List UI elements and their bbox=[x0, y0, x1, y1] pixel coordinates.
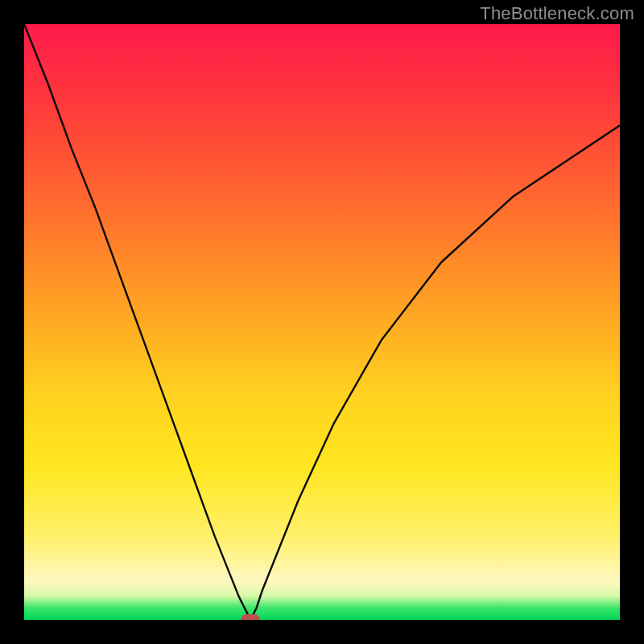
bottleneck-curve bbox=[24, 24, 620, 620]
minimum-marker bbox=[241, 614, 260, 620]
chart-svg bbox=[24, 24, 620, 620]
chart-frame bbox=[24, 24, 620, 620]
watermark-label: TheBottleneck.com bbox=[480, 3, 634, 24]
